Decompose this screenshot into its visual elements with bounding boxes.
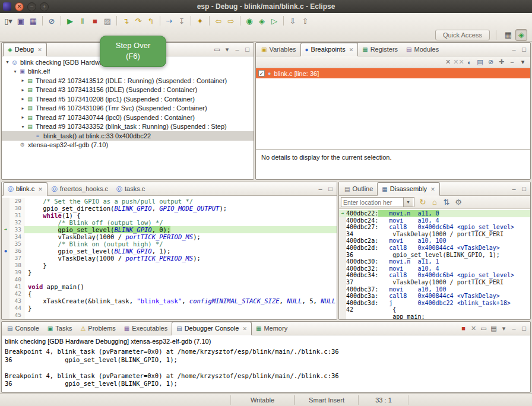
terminate-button[interactable]: ■	[89, 15, 101, 27]
code-line[interactable]: 43 xTaskCreate(&blink_task, "blink_task"…	[2, 297, 337, 304]
combo-dropdown-icon[interactable]: ▼	[403, 198, 413, 207]
code-line[interactable]: 34 vTaskDelay(1000 / portTICK_PERIOD_MS)…	[2, 233, 337, 240]
suspend-button[interactable]: ‖	[77, 15, 88, 27]
debug-tree-item[interactable]: ▾▤Thread #9 1073433352 (blink_task : Run…	[2, 122, 254, 132]
minimize-icon[interactable]: –	[509, 45, 519, 55]
disassembly-line[interactable]: 400dbc3a: call8 0x400844c4 <vTaskDelay>	[339, 293, 530, 300]
code-area[interactable]: 29 /* Set the GPIO as a push/pull output…	[2, 196, 337, 319]
view-tab-breakpoints[interactable]: ●Breakpoints✕	[300, 43, 359, 56]
new-wizard-dropdown-button[interactable]: ▯▾	[2, 15, 14, 27]
code-line[interactable]: ●36 gpio_set_level(BLINK_GPIO, 1);	[2, 248, 337, 255]
code-line[interactable]: 41void app_main()	[2, 283, 337, 290]
location-input[interactable]	[341, 199, 403, 206]
disassembly-line[interactable]: 36 gpio_set_level(BLINK_GPIO, 1);	[339, 252, 530, 259]
code-line[interactable]: 40	[2, 276, 337, 283]
view-tab-debug[interactable]: ◈Debug✕	[3, 43, 47, 56]
view-tab-outline[interactable]: ▤Outline	[340, 183, 377, 195]
maximize-icon[interactable]: □	[325, 184, 335, 194]
debug-tree-item[interactable]: ▸▤Thread #2 1073413512 (IDLE : Running) …	[2, 76, 254, 85]
view-tab-disassembly[interactable]: ▦Disassembly✕	[377, 182, 439, 196]
collapsed-arrow-icon[interactable]: ▸	[20, 106, 26, 111]
maximize-icon[interactable]: □	[519, 323, 529, 334]
collapse-all-icon[interactable]: ▭	[212, 45, 222, 55]
collapsed-arrow-icon[interactable]: ▸	[20, 78, 26, 83]
editor-tab-freertos-hooks-c[interactable]: ⓒfreertos_hooks.c	[48, 183, 112, 195]
debug-button[interactable]: ◈	[256, 15, 268, 27]
code-line[interactable]: 42{	[2, 290, 337, 297]
step-return-button[interactable]: ↰	[145, 15, 157, 27]
disconnect-button[interactable]: ▨	[102, 15, 113, 27]
view-tab-memory[interactable]: ▦Memory	[252, 322, 292, 335]
settings-icon[interactable]: ⚙	[452, 196, 464, 208]
code-line[interactable]: 44}	[2, 304, 337, 312]
save-button[interactable]: ▣	[15, 15, 27, 27]
refresh-icon[interactable]: ↻	[417, 196, 429, 208]
view-tab-debugger-console[interactable]: ▤Debugger Console✕	[172, 322, 252, 335]
debug-tree-item[interactable]: ▾▣blink.elf	[2, 67, 254, 77]
step-over-button[interactable]: ↷	[132, 15, 144, 27]
disassembly-line[interactable]: 400dbc3d: j 0x400dbc22 <blink_task+18>	[339, 300, 530, 307]
expanded-arrow-icon[interactable]: ▾	[12, 69, 18, 74]
disassembly-line[interactable]: 400dbc34: call8 0x400dc6b4 <gpio_set_lev…	[339, 272, 530, 279]
instruction-stepping-button[interactable]: ⇢	[163, 15, 175, 27]
disassembly-line[interactable]: 400dbc27: call8 0x400dc6b4 <gpio_set_lev…	[339, 224, 530, 231]
debug-tree-item[interactable]: ▸▤Thread #5 1073410208 (ipc1) (Suspended…	[2, 94, 254, 104]
minimize-icon[interactable]: –	[315, 184, 325, 194]
collapsed-arrow-icon[interactable]: ▸	[20, 115, 26, 120]
view-tab-tasks[interactable]: ▣Tasks	[43, 322, 77, 335]
code-line[interactable]: 32 /* Blink off (output low) */	[2, 219, 337, 226]
code-line[interactable]: 31 while(1) {	[2, 212, 337, 219]
editor-tab-tasks-c[interactable]: ⓒtasks.c	[112, 183, 149, 195]
remove-launch-icon[interactable]: ✕	[468, 323, 479, 334]
editor-tab-blink-c[interactable]: ⓒblink.c✕	[3, 182, 48, 196]
collapsed-arrow-icon[interactable]: ▸	[20, 96, 26, 102]
code-line[interactable]: 29 /* Set the GPIO as a push/pull output…	[2, 198, 337, 205]
window-close-button[interactable]: ✕	[15, 2, 24, 11]
maximize-icon[interactable]: □	[242, 45, 252, 55]
code-line[interactable]: 38 }	[2, 262, 337, 269]
disassembly-line[interactable]: 400dbc37: movi a10, 100	[339, 286, 530, 293]
skip-all-breakpoints-button[interactable]: ⊘	[46, 15, 58, 27]
external-tools-button[interactable]: ▷	[268, 15, 280, 27]
back-button[interactable]: ⇦	[213, 15, 224, 27]
remove-all-breakpoints-icon[interactable]: ✕✕	[454, 57, 464, 67]
view-tab-registers[interactable]: ▦Registers	[358, 43, 402, 56]
skip-all-breakpoints-icon[interactable]: ⊘	[486, 57, 496, 67]
disassembly-line[interactable]: 42 {	[339, 306, 530, 313]
minimize-icon[interactable]: –	[509, 184, 519, 194]
disassembly-line[interactable]: 400dbc2a: movi a10, 100	[339, 237, 530, 245]
code-line[interactable]: 39}	[2, 269, 337, 276]
quick-access-button[interactable]: Quick Access	[435, 30, 490, 40]
debug-tree-item[interactable]: ▸▤Thread #7 1073430744 (ipc0) (Suspended…	[2, 113, 254, 122]
code-line[interactable]: 30 gpio_set_direction(BLINK_GPIO, GPIO_M…	[2, 205, 337, 212]
view-tab-executables[interactable]: ▦Executables	[120, 322, 172, 335]
clear-console-icon[interactable]: ▭	[479, 323, 489, 334]
code-line[interactable]: ➜33 gpio_set_level(BLINK_GPIO, 0);	[2, 226, 337, 233]
forward-button[interactable]: ⇨	[225, 15, 237, 27]
close-tab-icon[interactable]: ✕	[242, 326, 247, 332]
disassembly-line[interactable]: 400dbc32: movi a10, 4	[339, 265, 530, 272]
close-tab-icon[interactable]: ✕	[38, 186, 43, 192]
disassembly-line[interactable]: 34 vTaskDelay(1000 / portTICK_PERI	[339, 231, 530, 238]
close-tab-icon[interactable]: ✕	[37, 47, 42, 53]
debug-tree-item[interactable]: ▸▤Thread #6 1073431096 (Tmr Svc) (Suspen…	[2, 104, 254, 113]
expanded-arrow-icon[interactable]: ▾	[4, 59, 11, 65]
view-menu-icon[interactable]: ▾	[518, 57, 528, 67]
console-output[interactable]: Breakpoint 4, blink_task (pvParameter=0x…	[2, 346, 530, 390]
search-button[interactable]: ✦	[194, 15, 206, 27]
maximize-icon[interactable]: □	[519, 45, 529, 55]
resume-button[interactable]: ▶	[64, 15, 76, 27]
sync-selection-icon[interactable]: ⇅	[441, 196, 452, 208]
collapse-all-icon[interactable]: −	[507, 57, 517, 67]
window-minimize-button[interactable]: –	[27, 2, 36, 11]
debug-tree[interactable]: ▾◎blink checking [GDB Hardwa▾▣blink.elf▸…	[2, 56, 254, 179]
code-line[interactable]: 37 vTaskDelay(1000 / portTICK_PERIOD_MS)…	[2, 255, 337, 262]
open-perspective-icon[interactable]: ▦	[502, 29, 514, 41]
terminate-console-icon[interactable]: ■	[458, 323, 468, 334]
go-to-file-icon[interactable]: ▤	[475, 57, 485, 67]
view-tab-variables[interactable]: ▣Variables	[257, 43, 300, 56]
disassembly-line[interactable]: 400dbc30: movi.n a11, 1	[339, 258, 530, 265]
expand-all-icon[interactable]: ✚	[496, 57, 506, 67]
disassembly-line[interactable]: 400dbc24: movi a10, 4	[339, 217, 530, 224]
breakpoint-row[interactable]: ✓ ● blink.c [line: 36]	[256, 68, 530, 78]
